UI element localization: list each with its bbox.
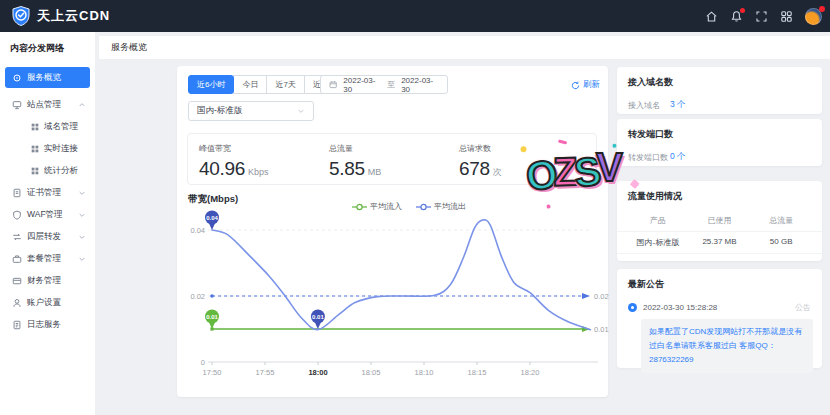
- app-logo[interactable]: 天上云CDN: [0, 6, 110, 26]
- chart-plot-area: 17:5017:5518:0018:0518:1018:1518:2000.02…: [180, 206, 625, 391]
- svg-text:18:00: 18:00: [308, 368, 327, 377]
- log-document-icon: [12, 320, 22, 330]
- svg-text:0.04: 0.04: [206, 215, 218, 221]
- svg-text:18:20: 18:20: [521, 368, 540, 377]
- plan-selected-value: 国内-标准版: [197, 105, 242, 117]
- traffic-usage-card: 流量使用情况 产品 已使用 总流量 国内-标准版 25.37 MB 50 GB: [617, 181, 822, 261]
- svg-text:17:50: 17:50: [203, 368, 222, 377]
- announcement-tag: 公告: [795, 302, 811, 313]
- sidebar-item-waf[interactable]: WAF管理: [0, 204, 95, 226]
- card-title: 接入域名数: [617, 67, 822, 89]
- range-6h-button[interactable]: 近6小时: [188, 75, 234, 94]
- sidebar-item-label: 四层转发: [27, 231, 61, 243]
- plan-select[interactable]: 国内-标准版: [188, 101, 314, 121]
- sidebar-nav: 内容分发网络 服务概览 站点管理 域名管理: [0, 32, 95, 415]
- svg-text:0.04: 0.04: [190, 226, 205, 235]
- forward-arrows-icon: [12, 232, 22, 242]
- legend-line-icon: [352, 203, 367, 211]
- svg-text:0.01: 0.01: [312, 314, 324, 320]
- waf-shield-icon: [12, 210, 22, 220]
- sidebar-item-layer4-forward[interactable]: 四层转发: [0, 226, 95, 248]
- stat-value: 5.85: [329, 158, 365, 179]
- date-start: 2022-03-30: [343, 76, 381, 94]
- chevron-down-icon: [78, 233, 86, 241]
- sidebar-item-site-management[interactable]: 站点管理: [0, 94, 95, 116]
- chevron-down-icon: [78, 189, 86, 197]
- header-actions: [705, 8, 830, 25]
- announcement-item[interactable]: 2022-03-30 15:28:28 公告: [628, 302, 811, 313]
- domains-card: 接入域名数 接入域名 3个: [617, 67, 822, 114]
- site-icon: [12, 100, 22, 110]
- svg-text:0.01: 0.01: [594, 325, 609, 334]
- sidebar-item-statistics[interactable]: 统计分析: [0, 160, 95, 182]
- overview-icon: [12, 73, 22, 83]
- grid-icon: [31, 145, 39, 153]
- sidebar-item-realtime[interactable]: 实时连接: [0, 138, 95, 160]
- refresh-button[interactable]: 刷新: [571, 79, 600, 91]
- svg-text:18:15: 18:15: [468, 368, 487, 377]
- chevron-down-icon: [78, 211, 86, 219]
- sidebar-item-label: 日志服务: [27, 319, 61, 331]
- bank-card-icon: [12, 276, 22, 286]
- announcement-message: 如果配置了CDN发现网站打不开那就是没有过白名单请联系客服过白 客服QQ：287…: [641, 319, 813, 373]
- range-7d-button[interactable]: 近7天: [266, 75, 304, 94]
- sidebar-item-label: 套餐管理: [27, 253, 61, 265]
- range-today-button[interactable]: 今日: [233, 75, 267, 94]
- sidebar-item-packages[interactable]: 套餐管理: [0, 248, 95, 270]
- svg-text:17:55: 17:55: [256, 368, 275, 377]
- date-end: 2022-03-30: [401, 76, 439, 94]
- stat-unit: 次: [493, 167, 502, 177]
- ports-row: 转发端口数 0个: [628, 151, 811, 163]
- sidebar-item-certificates[interactable]: 证书管理: [0, 182, 95, 204]
- chevron-up-icon: [78, 101, 86, 109]
- stat-total-traffic: 总流量 5.85MB: [329, 143, 381, 180]
- sidebar-item-service-overview[interactable]: 服务概览: [5, 67, 90, 88]
- stats-summary: 峰值带宽 40.96Kbps 总流量 5.85MB 总请求数 678次: [187, 133, 597, 185]
- sidebar-item-label: 站点管理: [27, 99, 61, 111]
- svg-text:0.02: 0.02: [190, 292, 205, 301]
- stat-value: 40.96: [199, 158, 245, 179]
- sidebar-title: 内容分发网络: [0, 32, 95, 62]
- card-title: 转发端口数: [617, 119, 822, 141]
- legend-outflow[interactable]: 平均流出: [416, 201, 466, 212]
- chevron-down-icon: [297, 107, 305, 115]
- stat-label: 总请求数: [459, 143, 502, 154]
- sidebar-item-finance[interactable]: 财务管理: [0, 270, 95, 292]
- ports-card: 转发端口数 转发端口数 0个: [617, 119, 822, 166]
- chart-title: 带宽(Mbps): [188, 193, 238, 206]
- date-range-picker[interactable]: 2022-03-30 至 2022-03-30: [320, 75, 448, 94]
- svg-text:0.01: 0.01: [206, 314, 218, 320]
- card-title: 最新公告: [617, 269, 822, 291]
- stat-total-requests: 总请求数 678次: [459, 143, 502, 180]
- user-icon: [12, 298, 22, 308]
- date-separator: 至: [387, 79, 395, 90]
- bell-icon[interactable]: [730, 10, 743, 23]
- page-title: 服务概览: [111, 41, 147, 54]
- bandwidth-chart: 带宽(Mbps) 平均流入 平均流出 17:5017:5518:0018:051…: [180, 196, 630, 394]
- sidebar-item-label: 域名管理: [44, 121, 78, 133]
- traffic-table-header: 产品 已使用 总流量: [617, 210, 822, 232]
- traffic-table: 产品 已使用 总流量 国内-标准版 25.37 MB 50 GB: [617, 210, 822, 254]
- chart-legend: 平均流入 平均流出: [352, 201, 466, 212]
- grid-icon: [31, 167, 39, 175]
- table-row: 国内-标准版 25.37 MB 50 GB: [617, 232, 822, 254]
- sidebar-item-label: 账户设置: [27, 297, 61, 309]
- apps-grid-icon[interactable]: [780, 10, 793, 23]
- fullscreen-icon[interactable]: [755, 10, 768, 23]
- sidebar-item-account-settings[interactable]: 账户设置: [0, 292, 95, 314]
- calendar-icon: [329, 80, 337, 89]
- sidebar-item-domain-management[interactable]: 域名管理: [0, 116, 95, 138]
- overview-panel: 近6小时 今日 近7天 近30天 2022-03-30 至 2022-03-30…: [177, 66, 608, 397]
- top-header: 天上云CDN: [0, 0, 830, 32]
- stat-peak-bandwidth: 峰值带宽 40.96Kbps: [199, 143, 269, 180]
- legend-inflow[interactable]: 平均流入: [352, 201, 402, 212]
- chevron-down-icon: [78, 255, 86, 263]
- domains-row: 接入域名 3个: [628, 99, 811, 111]
- user-avatar[interactable]: [805, 8, 822, 25]
- avatar-badge: [819, 6, 825, 12]
- refresh-icon: [571, 81, 580, 90]
- home-icon[interactable]: [705, 10, 718, 23]
- legend-line-icon: [416, 203, 431, 211]
- sidebar-item-log-service[interactable]: 日志服务: [0, 314, 95, 336]
- grid-icon: [31, 123, 39, 131]
